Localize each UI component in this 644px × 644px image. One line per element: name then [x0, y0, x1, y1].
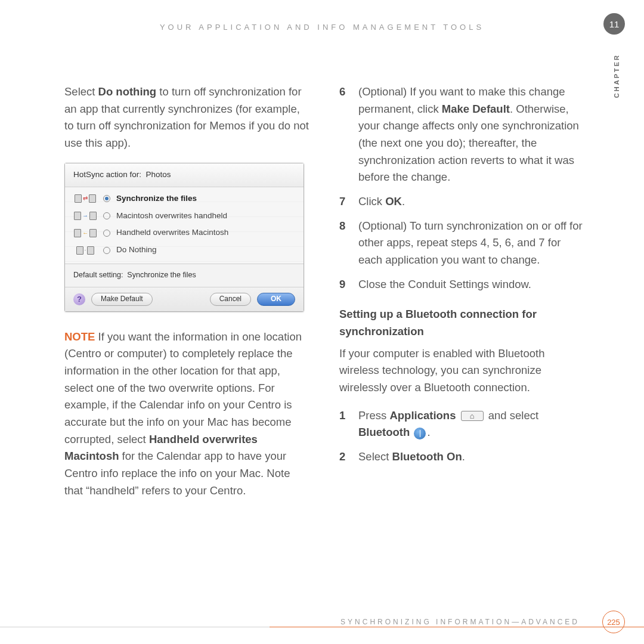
note-paragraph: NOTE If you want the information in one …	[64, 329, 311, 500]
dialog-body: ⇄ Synchronize the files → Macintosh over…	[65, 187, 304, 264]
text-bold: Applications	[389, 409, 456, 422]
text: Click	[358, 195, 385, 208]
text: .	[402, 195, 405, 208]
text: Select	[64, 85, 98, 98]
footer-section: SYNCHRONIZING INFORMATION—ADVANCED	[340, 618, 580, 626]
bluetooth-subheading: Setting up a Bluetooth connection for sy…	[339, 306, 586, 340]
page-header: YOUR APPLICATION AND INFO MANAGEMENT TOO…	[0, 23, 644, 32]
text-bold: Bluetooth On	[392, 450, 462, 463]
label: HotSync action for:	[73, 170, 141, 179]
radio-icon	[103, 230, 110, 237]
mac-to-hh-icon: →	[73, 210, 97, 221]
step-8: 8 (Optional) To turn synchronization on …	[339, 218, 586, 269]
note-label: NOTE	[64, 330, 95, 343]
text-bold: Make Default	[442, 103, 510, 115]
step-7: 7 Click OK.	[339, 193, 586, 210]
option-synchronize[interactable]: ⇄ Synchronize the files	[73, 190, 295, 208]
step-number: 8	[339, 218, 350, 269]
do-nothing-paragraph: Select Do nothing to turn off synchroniz…	[64, 83, 311, 152]
text: Select	[358, 450, 392, 463]
sync-both-icon: ⇄	[73, 193, 97, 204]
step-text: (Optional) To turn synchronization on or…	[358, 218, 586, 269]
step-text: Select Bluetooth On.	[358, 448, 586, 466]
dialog-title: HotSync action for: Photos	[65, 163, 304, 187]
ok-button[interactable]: OK	[257, 293, 295, 306]
right-column: 6 (Optional) If you want to make this ch…	[339, 83, 586, 590]
no-sync-icon: ·	[73, 245, 97, 256]
step-number: 1	[339, 407, 350, 441]
text: Press	[358, 409, 389, 422]
cancel-button[interactable]: Cancel	[210, 293, 251, 306]
step-6: 6 (Optional) If you want to make this ch…	[339, 83, 586, 186]
step-number: 6	[339, 83, 350, 186]
text: .	[462, 450, 465, 463]
step-text: (Optional) If you want to make this chan…	[358, 83, 586, 186]
dialog-footer: ? Make Default Cancel OK	[65, 287, 304, 311]
left-column: Select Do nothing to turn off synchroniz…	[64, 83, 311, 590]
option-mac-overwrites[interactable]: → Macintosh overwrites handheld	[73, 208, 295, 225]
bt-step-2: 2 Select Bluetooth On.	[339, 448, 586, 466]
home-key-icon	[461, 411, 484, 421]
step-number: 2	[339, 448, 350, 466]
footer-rule	[0, 627, 644, 627]
step-number: 9	[339, 276, 350, 293]
radio-icon	[103, 212, 110, 219]
page-number: 225	[602, 611, 625, 633]
text-bold: OK	[385, 195, 402, 208]
default-setting-line: Default setting: Synchronize the files	[65, 264, 304, 286]
label: Synchronize the files	[127, 271, 196, 279]
step-text: Close the Conduit Settings window.	[358, 276, 586, 293]
radio-icon	[103, 247, 110, 254]
text: .	[427, 426, 430, 438]
option-hh-overwrites[interactable]: ← Handheld overwrites Macintosh	[73, 224, 295, 242]
content-area: Select Do nothing to turn off synchroniz…	[64, 83, 586, 590]
step-text: Press Applications and select Bluetooth …	[358, 407, 586, 441]
make-default-button[interactable]: Make Default	[91, 293, 153, 306]
hh-to-mac-icon: ←	[73, 228, 97, 239]
option-label: Do Nothing	[116, 244, 157, 256]
text: If you want the information in one locat…	[64, 330, 302, 445]
text-bold: Bluetooth	[358, 426, 410, 438]
help-icon[interactable]: ?	[73, 293, 85, 305]
option-label: Synchronize the files	[116, 193, 197, 205]
step-9: 9 Close the Conduit Settings window.	[339, 276, 586, 293]
text: and select	[488, 409, 538, 422]
chapter-number-badge: 11	[603, 13, 625, 35]
bluetooth-icon	[414, 428, 426, 439]
radio-icon	[103, 195, 110, 202]
label: Photos	[146, 170, 171, 179]
step-text: Click OK.	[358, 193, 586, 210]
bluetooth-paragraph: If your computer is enabled with Bluetoo…	[339, 345, 586, 397]
option-label: Macintosh overwrites handheld	[116, 210, 227, 222]
step-number: 7	[339, 193, 350, 210]
option-label: Handheld overwrites Macintosh	[116, 227, 228, 239]
chapter-label: CHAPTER	[613, 54, 620, 98]
option-do-nothing[interactable]: · Do Nothing	[73, 242, 295, 259]
bt-step-1: 1 Press Applications and select Bluetoot…	[339, 407, 586, 441]
hotsync-dialog: HotSync action for: Photos ⇄ Synchronize…	[64, 163, 304, 312]
label: Default setting:	[73, 271, 123, 279]
text-bold: Do nothing	[98, 85, 157, 98]
